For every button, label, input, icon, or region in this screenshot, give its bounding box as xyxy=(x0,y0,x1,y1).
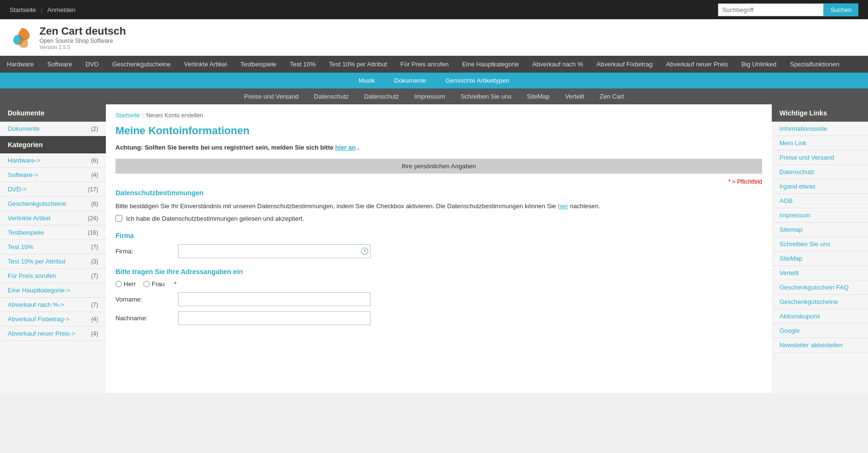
sidebar-docs-link[interactable]: Dokumente xyxy=(8,125,39,132)
footnav-impressum[interactable]: Impressum xyxy=(407,88,453,104)
search-area: Suchen xyxy=(718,3,858,16)
rs-aktionskupons[interactable]: Aktionskupons xyxy=(779,313,820,320)
vorname-row: Vorname: xyxy=(115,292,762,306)
mainnav-hardware[interactable]: Hardware xyxy=(0,56,40,73)
cat-abv-pct[interactable]: Abverkauf nach %-> xyxy=(8,301,64,308)
footnav-verteilt[interactable]: Verteilt xyxy=(558,88,592,104)
mainnav-testbeispiele[interactable]: Testbeispiele xyxy=(233,56,283,73)
cat-geschenk[interactable]: Geschenkgutscheine xyxy=(8,200,66,207)
datenschutz-text: Bitte bestätigen Sie Ihr Einverständnis … xyxy=(115,201,762,211)
mainnav-test10attrib[interactable]: Test 10% per Attribut xyxy=(322,56,394,73)
nachname-input[interactable] xyxy=(178,311,370,325)
cat-testbsp[interactable]: Testbeispiele xyxy=(8,229,44,236)
list-item: DVD-> (17) xyxy=(0,182,106,197)
gender-herr-radio[interactable] xyxy=(115,281,122,287)
sub-nav: Musik Dokumente Gemischte Artikeltypen xyxy=(0,73,868,88)
right-sidebar-header: Wichtige Links xyxy=(772,104,868,122)
datenschutz-checkbox-row: Ich habe die Datenschutzbestimmungen gel… xyxy=(115,215,762,222)
rs-sitemap[interactable]: Sitemap xyxy=(779,226,803,233)
cat-verlinkt[interactable]: Verlinkte Artikel xyxy=(8,214,51,222)
rs-impressum[interactable]: Impressum xyxy=(779,212,810,219)
mainnav-geschenkgutscheine[interactable]: Geschenkgutscheine xyxy=(105,56,177,73)
vorname-input[interactable] xyxy=(178,292,370,306)
footnav-datenschutz1[interactable]: Datenschutz xyxy=(306,88,357,104)
main-content: Startseite :: Neues Konto erstellen Mein… xyxy=(106,104,772,393)
rs-schreiben[interactable]: Schreiben Sie uns xyxy=(779,240,830,248)
cat-test10-count: (7) xyxy=(91,244,98,251)
rs-meinlink[interactable]: Mein Link xyxy=(779,139,806,147)
rs-google[interactable]: Google xyxy=(779,327,800,334)
mainnav-dvd[interactable]: DVD xyxy=(79,56,105,73)
cat-hardware-count: (6) xyxy=(91,157,98,164)
cat-testbsp-count: (16) xyxy=(88,229,98,236)
cat-test10[interactable]: Test 10% xyxy=(8,243,33,251)
footnav-preise[interactable]: Preise und Versand xyxy=(236,88,306,104)
left-sidebar: Dokumente Dokumente (2) Kategorien Hardw… xyxy=(0,104,106,393)
rs-gutscheine[interactable]: Geschenkgutscheine xyxy=(779,298,838,305)
cat-abv-fix-count: (4) xyxy=(91,316,98,323)
footnav-datenschutz2[interactable]: Datenschutz xyxy=(357,88,407,104)
mainnav-test10[interactable]: Test 10% xyxy=(283,56,322,73)
mainnav-preis-anrufen[interactable]: Für Preis anrufen xyxy=(394,56,455,73)
search-button[interactable]: Suchen xyxy=(824,3,858,16)
cat-preis-anrufen[interactable]: Für Preis anrufen xyxy=(8,272,56,279)
datenschutz-link[interactable]: hier xyxy=(558,202,568,210)
rs-newsletter[interactable]: Newsletter abbestellen xyxy=(779,341,843,349)
mainnav-abverkauf-fix[interactable]: Abverkauf Fixbetrag xyxy=(590,56,659,73)
search-input[interactable] xyxy=(718,3,824,16)
gender-frau-radio[interactable] xyxy=(143,281,150,287)
page-layout: Dokumente Dokumente (2) Kategorien Hardw… xyxy=(0,104,868,393)
nav-startseite[interactable]: Startseite xyxy=(10,6,36,13)
subnav-dokumente[interactable]: Dokumente xyxy=(384,73,435,88)
logo-title: Zen Cart deutsch xyxy=(39,25,126,38)
rs-info[interactable]: Informationsseite xyxy=(779,125,827,132)
rs-sitemap2[interactable]: SiteMap xyxy=(779,255,803,262)
list-item: Irgand etwas xyxy=(772,179,868,194)
list-item: Abverkauf nach %-> (7) xyxy=(0,298,106,312)
rs-irgend[interactable]: Irgand etwas xyxy=(779,183,815,190)
sidebar-cat-header: Kategorien xyxy=(0,136,106,153)
rs-gutschein-faq[interactable]: Geschenkgutschein FAQ xyxy=(779,284,849,291)
warning-link[interactable]: hier an xyxy=(335,144,356,151)
subnav-gemischte[interactable]: Gemischte Artikeltypen xyxy=(436,73,519,88)
list-item: Geschenkgutschein FAQ xyxy=(772,280,868,295)
firma-input-wrapper: 🕑 xyxy=(178,244,370,258)
list-item: Verteilt xyxy=(772,266,868,280)
gender-row: Herr Frau * xyxy=(115,280,762,288)
cat-dvd[interactable]: DVD-> xyxy=(8,186,26,193)
list-item: Software-> (4) xyxy=(0,168,106,182)
mainnav-software[interactable]: Software xyxy=(40,56,78,73)
list-item: Newsletter abbestellen xyxy=(772,338,868,352)
mainnav-hauptkategorie[interactable]: Eine Hauptkategorie xyxy=(455,56,525,73)
right-sidebar-list: Informationsseite Mein Link Preise und V… xyxy=(772,122,868,352)
breadcrumb-home[interactable]: Startseite xyxy=(115,112,140,119)
datenschutz-checkbox[interactable] xyxy=(115,215,122,222)
cat-dvd-count: (17) xyxy=(88,186,98,193)
footnav-schreiben[interactable]: Schreiben Sie uns xyxy=(453,88,519,104)
cat-abv-neu[interactable]: Abverkauf neuer Preis-> xyxy=(8,330,76,337)
rs-preise[interactable]: Preise und Versand xyxy=(779,154,834,161)
footnav-sitemap[interactable]: SiteMap xyxy=(519,88,558,104)
mainnav-abverkauf-neu[interactable]: Abverkauf neuer Preis xyxy=(659,56,735,73)
cat-hardware[interactable]: Hardware-> xyxy=(8,157,40,164)
gender-herr-label: Herr xyxy=(115,280,136,288)
subnav-musik[interactable]: Musik xyxy=(349,73,384,88)
cat-test10att[interactable]: Test 10% per Attribut xyxy=(8,258,65,265)
mainnav-big-unlinked[interactable]: Big Unlinked xyxy=(735,56,783,73)
firma-icon-btn[interactable]: 🕑 xyxy=(360,247,369,255)
nav-anmelden[interactable]: Anmelden xyxy=(47,6,76,13)
mainnav-spezial[interactable]: Spezialfunktionen xyxy=(783,56,846,73)
mainnav-verlinkte[interactable]: Verlinkte Artikel xyxy=(178,56,234,73)
cat-hauptkat[interactable]: Eine Hauptkategorie-> xyxy=(8,287,70,294)
footnav-zencart[interactable]: Zen Cart xyxy=(592,88,632,104)
cat-abv-fix[interactable]: Abverkauf Fixbetrag-> xyxy=(8,315,69,323)
mainnav-abverkauf-pct[interactable]: Abverkauf nach % xyxy=(525,56,590,73)
rs-verteilt[interactable]: Verteilt xyxy=(779,269,799,277)
rs-agb[interactable]: AGB xyxy=(779,197,792,204)
nachname-row: Nachname: xyxy=(115,311,762,325)
rs-datenschutz[interactable]: Datenschutz xyxy=(779,168,814,176)
list-item: Aktionskupons xyxy=(772,309,868,324)
cat-software[interactable]: Software-> xyxy=(8,171,38,178)
firma-input[interactable] xyxy=(178,244,370,258)
vorname-label: Vorname: xyxy=(115,296,178,303)
